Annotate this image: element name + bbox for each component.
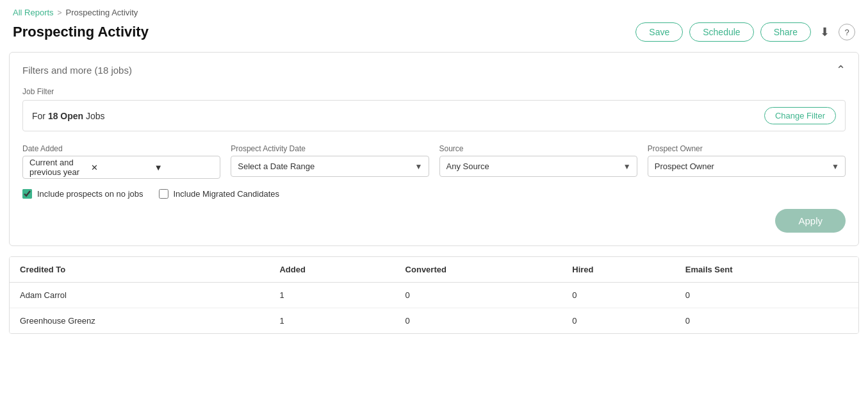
cell-hired: 0 xyxy=(562,308,675,334)
cell-emails-sent: 0 xyxy=(675,283,858,308)
breadcrumb-parent[interactable]: All Reports xyxy=(13,8,54,17)
col-emails-sent: Emails Sent xyxy=(675,257,858,283)
save-button[interactable]: Save xyxy=(635,22,683,42)
results-table-wrapper: Credited To Added Converted Hired Emails… xyxy=(9,256,859,334)
prospect-owner-wrapper: Prospect Owner ▼ xyxy=(648,156,846,177)
date-added-label: Date Added xyxy=(22,144,220,153)
filters-title: Filters and more (18 jobs) xyxy=(22,65,132,76)
page-title: Prospecting Activity xyxy=(13,24,149,40)
job-filter-text: For 18 Open Jobs xyxy=(32,111,105,121)
cell-emails-sent: 0 xyxy=(675,308,858,334)
include-prospects-checkbox[interactable] xyxy=(22,189,32,199)
col-converted: Converted xyxy=(395,257,562,283)
change-filter-button[interactable]: Change Filter xyxy=(764,107,836,124)
results-table: Credited To Added Converted Hired Emails… xyxy=(10,257,858,333)
date-added-value: Current and previous year xyxy=(29,158,88,177)
cell-converted: 0 xyxy=(395,308,562,334)
filters-panel: Filters and more (18 jobs) ⌃ Job Filter … xyxy=(9,52,859,246)
collapse-filters-button[interactable]: ⌃ xyxy=(836,63,846,77)
help-icon: ? xyxy=(844,28,849,37)
filter-dropdowns: Date Added Current and previous year ✕ ▼… xyxy=(22,144,846,179)
source-select[interactable]: Any Source xyxy=(439,156,637,177)
breadcrumb: All Reports > Prospecting Activity xyxy=(13,8,855,17)
checkboxes-row: Include prospects on no jobs Include Mig… xyxy=(22,189,846,199)
include-migrated-label[interactable]: Include Migrated Candidates xyxy=(159,189,280,199)
job-count: (18 jobs) xyxy=(95,65,132,76)
share-button[interactable]: Share xyxy=(760,22,811,42)
job-filter-label: Job Filter xyxy=(22,87,846,96)
table-row: Greenhouse Greenz1000 xyxy=(10,308,858,334)
include-prospects-text: Include prospects on no jobs xyxy=(37,189,143,199)
cell-hired: 0 xyxy=(562,283,675,308)
prospect-owner-label: Prospect Owner xyxy=(648,144,846,153)
include-migrated-checkbox[interactable] xyxy=(159,189,168,199)
prospect-activity-date-filter: Prospect Activity Date Select a Date Ran… xyxy=(231,144,429,179)
col-added: Added xyxy=(269,257,395,283)
include-prospects-label[interactable]: Include prospects on no jobs xyxy=(22,189,143,199)
date-added-select[interactable]: Current and previous year ✕ ▼ xyxy=(22,156,220,179)
prospect-activity-date-wrapper: Select a Date Range ▼ xyxy=(231,156,429,177)
apply-button[interactable]: Apply xyxy=(775,209,846,233)
cell-credited-to: Greenhouse Greenz xyxy=(10,308,269,334)
cell-added: 1 xyxy=(269,283,395,308)
cell-converted: 0 xyxy=(395,283,562,308)
cell-added: 1 xyxy=(269,308,395,334)
schedule-button[interactable]: Schedule xyxy=(689,22,753,42)
help-button[interactable]: ? xyxy=(839,24,855,40)
source-label: Source xyxy=(439,144,637,153)
source-wrapper: Any Source ▼ xyxy=(439,156,637,177)
download-button[interactable]: ⬇ xyxy=(817,22,832,42)
apply-row: Apply xyxy=(22,209,846,233)
prospect-owner-filter: Prospect Owner Prospect Owner ▼ xyxy=(648,144,846,179)
date-added-filter: Date Added Current and previous year ✕ ▼ xyxy=(22,144,220,179)
table-header-row: Credited To Added Converted Hired Emails… xyxy=(10,257,858,283)
source-filter: Source Any Source ▼ xyxy=(439,144,637,179)
table-body: Adam Carrol1000Greenhouse Greenz1000 xyxy=(10,283,858,334)
breadcrumb-current: Prospecting Activity xyxy=(66,8,138,17)
col-credited-to: Credited To xyxy=(10,257,269,283)
date-added-clear-icon[interactable]: ✕ xyxy=(88,163,152,172)
prospect-owner-select[interactable]: Prospect Owner xyxy=(648,156,846,177)
table-row: Adam Carrol1000 xyxy=(10,283,858,308)
date-added-arrow-icon: ▼ xyxy=(153,163,215,172)
col-hired: Hired xyxy=(562,257,675,283)
include-migrated-text: Include Migrated Candidates xyxy=(174,189,280,199)
download-icon: ⬇ xyxy=(820,25,830,39)
prospect-activity-date-select[interactable]: Select a Date Range xyxy=(231,156,429,177)
prospect-activity-date-label: Prospect Activity Date xyxy=(231,144,429,153)
cell-credited-to: Adam Carrol xyxy=(10,283,269,308)
breadcrumb-separator: > xyxy=(58,8,62,17)
job-filter-row: For 18 Open Jobs Change Filter xyxy=(22,100,846,131)
header-actions: Save Schedule Share ⬇ ? xyxy=(635,22,855,42)
